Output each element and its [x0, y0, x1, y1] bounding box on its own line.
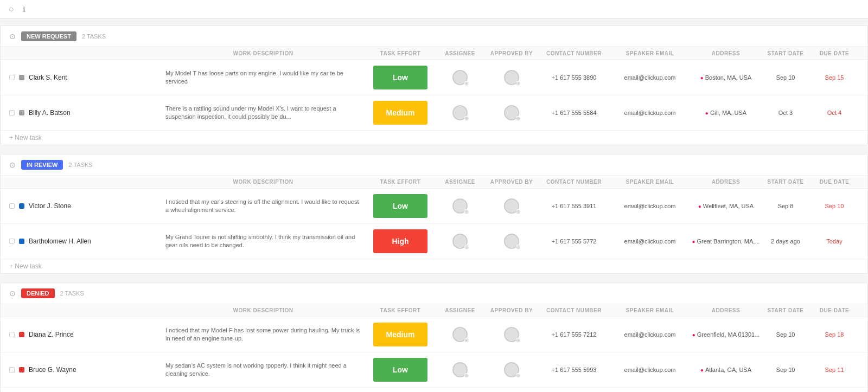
- approved-avatar[interactable]: [504, 362, 519, 377]
- col-header-7: ADDRESS: [691, 307, 761, 313]
- approved-by-cell[interactable]: [484, 234, 539, 249]
- address-text: Boston, MA, USA: [705, 74, 752, 81]
- start-date-cell: Sep 10: [761, 331, 810, 338]
- new-task-button[interactable]: + New task: [1, 388, 867, 392]
- task-effort-cell: Medium: [365, 322, 436, 348]
- speaker-email-cell: email@clickup.com: [609, 203, 691, 209]
- address-cell: ● Boston, MA, USA: [691, 74, 761, 81]
- table-row[interactable]: Diana Z. Prince I noticed that my Model …: [1, 317, 867, 352]
- avatar[interactable]: [452, 327, 468, 342]
- avatar[interactable]: [452, 234, 468, 249]
- avatar[interactable]: [452, 105, 468, 120]
- col-header-7: ADDRESS: [691, 179, 761, 185]
- col-header-4: APPROVED BY: [484, 179, 539, 185]
- col-header-3: ASSIGNEE: [436, 179, 484, 185]
- assignee-cell[interactable]: [436, 198, 484, 214]
- task-description: I noticed that my car's steering is off …: [161, 198, 365, 215]
- col-header-2: TASK EFFORT: [365, 179, 436, 185]
- main-content: ⊙ NEW REQUEST 2 TASKS WORK DESCRIPTIONTA…: [0, 19, 868, 392]
- new-task-button[interactable]: + New task: [1, 259, 867, 273]
- assignee-cell[interactable]: [436, 362, 484, 377]
- section-badge-new-request: NEW REQUEST: [21, 31, 76, 41]
- assignee-cell[interactable]: [436, 327, 484, 342]
- col-header-0: [9, 179, 161, 185]
- address-cell: ● Gill, MA, USA: [691, 110, 761, 116]
- task-description: My Grand Tourer is not shifting smoothly…: [161, 233, 365, 250]
- start-date-cell: Sep 8: [761, 203, 810, 209]
- address-dot-icon: ●: [700, 75, 704, 81]
- task-name-cell: Victor J. Stone: [9, 202, 161, 210]
- section-header-denied: ⊙ DENIED 2 TASKS: [1, 283, 867, 304]
- info-icon[interactable]: ℹ: [23, 5, 25, 14]
- task-color-dot: [19, 332, 24, 337]
- address-dot-icon: ●: [705, 110, 709, 116]
- section-task-count-new-request: 2 TASKS: [82, 33, 106, 40]
- address-cell: ● Atlanta, GA, USA: [691, 367, 761, 373]
- due-date-cell: Sep 15: [810, 74, 859, 81]
- task-name-label: Billy A. Batson: [29, 109, 71, 117]
- col-headers: WORK DESCRIPTIONTASK EFFORTASSIGNEEAPPRO…: [1, 47, 867, 60]
- task-effort-cell: Low: [365, 65, 436, 91]
- due-date-cell: Sep 11: [810, 367, 859, 373]
- address-text: Wellfleet, MA, USA: [703, 203, 754, 209]
- approved-by-cell[interactable]: [484, 327, 539, 342]
- avatar[interactable]: [452, 70, 468, 85]
- col-header-9: DUE DATE: [810, 179, 859, 185]
- task-checkbox[interactable]: [9, 203, 15, 209]
- section-toggle-in-review[interactable]: ⊙: [9, 160, 16, 169]
- task-checkbox[interactable]: [9, 367, 15, 372]
- task-color-dot: [19, 203, 24, 209]
- approved-avatar[interactable]: [504, 70, 519, 85]
- col-header-1: WORK DESCRIPTION: [161, 179, 365, 185]
- approved-avatar[interactable]: [504, 234, 519, 249]
- due-date-cell: Sep 10: [810, 203, 859, 209]
- assignee-cell[interactable]: [436, 234, 484, 249]
- task-color-dot: [19, 367, 24, 372]
- approved-by-cell[interactable]: [484, 105, 539, 120]
- col-header-6: SPEAKER EMAIL: [609, 307, 691, 313]
- assignee-cell[interactable]: [436, 105, 484, 120]
- table-row[interactable]: Clark S. Kent My Model T has loose parts…: [1, 60, 867, 95]
- address-dot-icon: ●: [700, 367, 704, 373]
- new-task-button[interactable]: + New task: [1, 131, 867, 145]
- task-checkbox[interactable]: [9, 75, 15, 80]
- col-header-6: SPEAKER EMAIL: [609, 179, 691, 185]
- speaker-email-cell: email@clickup.com: [609, 238, 691, 245]
- speaker-email-cell: email@clickup.com: [609, 74, 691, 81]
- task-name-cell: Billy A. Batson: [9, 109, 161, 117]
- col-header-5: CONTACT NUMBER: [539, 307, 609, 313]
- avatar[interactable]: [452, 362, 468, 377]
- section-toggle-denied[interactable]: ⊙: [9, 289, 16, 298]
- address-cell: ● Greenfield, MA 01301...: [691, 331, 761, 338]
- task-checkbox[interactable]: [9, 110, 15, 115]
- speaker-email-cell: email@clickup.com: [609, 367, 691, 373]
- address-text: Atlanta, GA, USA: [705, 367, 751, 373]
- task-effort-cell: High: [365, 228, 436, 254]
- col-header-8: START DATE: [761, 307, 810, 313]
- section-toggle-new-request[interactable]: ⊙: [9, 32, 16, 41]
- approved-by-cell[interactable]: [484, 198, 539, 214]
- col-header-7: ADDRESS: [691, 50, 761, 56]
- approved-avatar[interactable]: [504, 105, 519, 120]
- col-header-1: WORK DESCRIPTION: [161, 307, 365, 313]
- table-row[interactable]: Bruce G. Wayne My sedan's AC system is n…: [1, 352, 867, 388]
- approved-by-cell[interactable]: [484, 362, 539, 377]
- task-name-cell: Bartholomew H. Allen: [9, 237, 161, 245]
- col-header-8: START DATE: [761, 179, 810, 185]
- task-description: My Model T has loose parts on my engine.…: [161, 69, 365, 86]
- table-row[interactable]: Bartholomew H. Allen My Grand Tourer is …: [1, 224, 867, 259]
- start-date-cell: Sep 10: [761, 367, 810, 373]
- approved-by-cell[interactable]: [484, 70, 539, 85]
- avatar[interactable]: [452, 198, 468, 214]
- approved-avatar[interactable]: [504, 198, 519, 214]
- assignee-cell[interactable]: [436, 70, 484, 85]
- address-cell: ● Great Barrington, MA,...: [691, 238, 761, 245]
- start-date-cell: Sep 10: [761, 74, 810, 81]
- task-checkbox[interactable]: [9, 332, 15, 337]
- due-date-cell: Today: [810, 238, 859, 245]
- task-checkbox[interactable]: [9, 239, 15, 244]
- table-row[interactable]: Billy A. Batson There is a rattling soun…: [1, 95, 867, 131]
- contact-number-cell: +1 617 555 3890: [539, 74, 609, 81]
- table-row[interactable]: Victor J. Stone I noticed that my car's …: [1, 189, 867, 224]
- approved-avatar[interactable]: [504, 327, 519, 342]
